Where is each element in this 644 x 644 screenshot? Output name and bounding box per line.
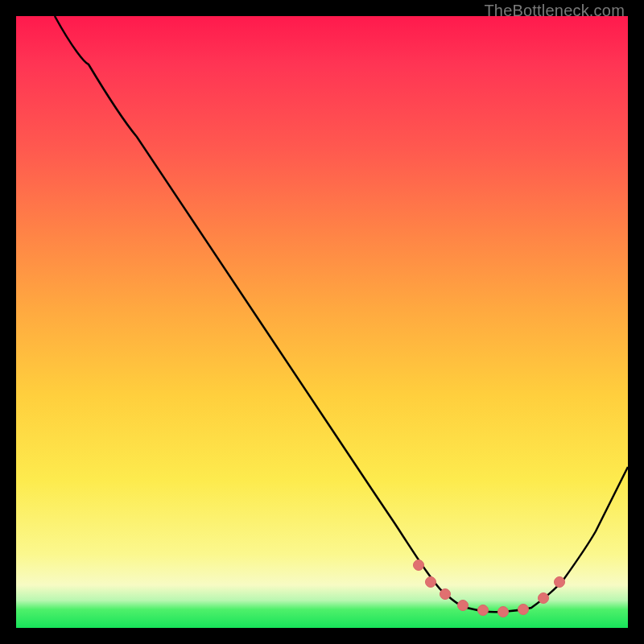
marker-dot: [478, 605, 489, 616]
marker-dot: [518, 605, 529, 615]
marker-dot: [539, 593, 549, 604]
marker-dot: [555, 577, 565, 588]
marker-dot: [414, 560, 424, 571]
chart-frame: [16, 16, 628, 628]
marker-dot: [440, 589, 451, 600]
watermark-text: TheBottleneck.com: [484, 2, 625, 20]
marker-dot: [426, 577, 436, 588]
marker-dot: [498, 607, 509, 617]
highlight-markers: [414, 560, 565, 617]
bottleneck-curve-svg: [16, 16, 628, 628]
bottleneck-curve-path: [55, 16, 628, 612]
marker-dot: [458, 601, 469, 611]
